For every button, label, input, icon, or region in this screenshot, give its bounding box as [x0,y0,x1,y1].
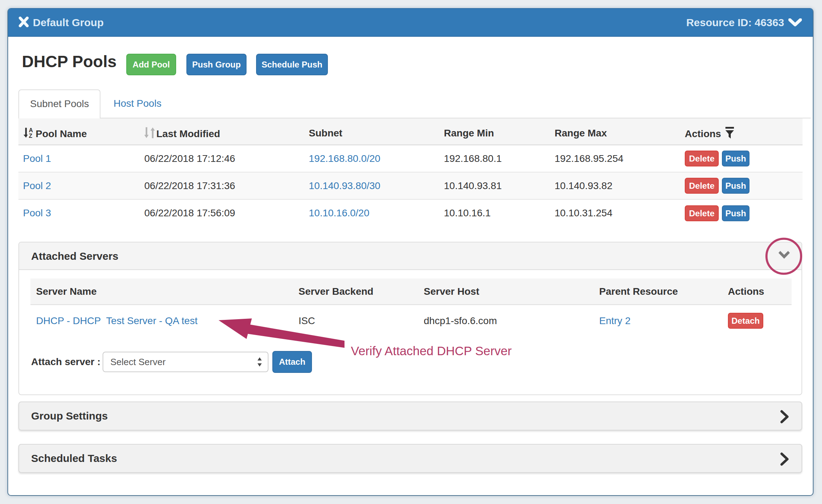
svg-text:Z: Z [29,133,33,139]
svg-text:A: A [29,127,33,133]
